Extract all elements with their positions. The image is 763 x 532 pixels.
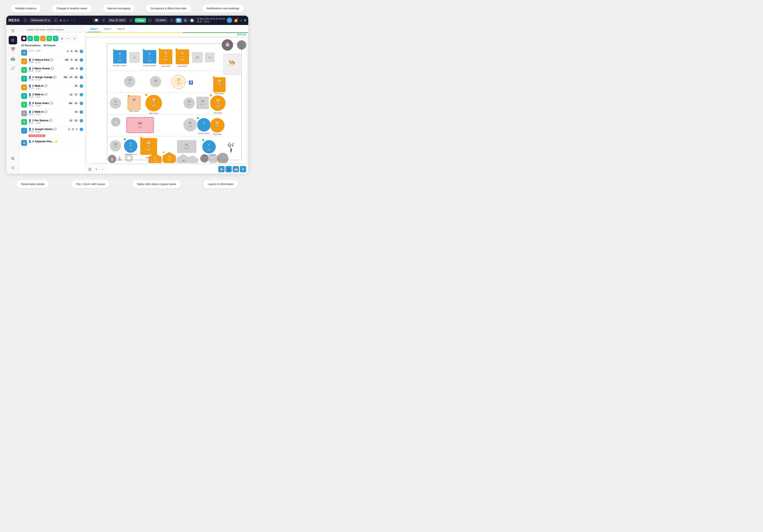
layer-btn-3[interactable]: 📅 — [233, 166, 239, 172]
add-circle-3[interactable]: + — [80, 67, 83, 70]
filter-btn-block[interactable]: ⊘ — [59, 36, 65, 41]
badge-occupancy-block[interactable]: Occupancy & Block time slots — [146, 4, 191, 13]
date-next-btn[interactable]: › — [129, 18, 133, 22]
chart-view-btn[interactable]: 📊 — [175, 18, 182, 23]
location-prev-btn[interactable]: ‹ — [23, 18, 27, 22]
filter-btn-dollar[interactable]: $ — [47, 36, 52, 41]
layout-icon-1[interactable]: ⊞ — [59, 19, 62, 22]
table-29[interactable]: 29 2-4 — [110, 140, 121, 152]
sidebar-icon-grid[interactable]: ⊞ — [9, 154, 17, 162]
table-9[interactable]: 9 2-4 — [110, 97, 121, 109]
table-33-top[interactable]: 33 🏠 3-5 Elias Basil — [210, 95, 225, 114]
filter-btn-dash[interactable]: — — [65, 36, 71, 41]
filter-btn-yen[interactable]: ¥ — [53, 36, 58, 41]
table-32[interactable]: 32 🏠 Ellen Dante — [213, 77, 226, 95]
res-item-1[interactable]: 🏠 13:15 · 15:00 3 6 34 + — [20, 49, 85, 57]
res-item-2[interactable]: 🏠 👤 2 Helmut Khol 💬 13:45 · 16:15 — [20, 57, 85, 66]
table-joseph-vanton-round[interactable]: ✓ Joseph Vanton — [197, 118, 211, 135]
badge-timeline-views[interactable]: Change to timeline views — [52, 4, 92, 13]
table-38[interactable]: 38 🏠 3-5 Ellen Dante — [146, 95, 162, 114]
sidebar-icon-analytics[interactable]: 📈 — [9, 64, 17, 72]
filter-btn-circle[interactable]: ⊙ — [28, 36, 33, 41]
badge-tables-status[interactable]: Tables with status & guest name — [132, 180, 181, 188]
add-circle-4[interactable]: + — [80, 76, 83, 79]
table-1-1[interactable]: 1-1 — [205, 53, 215, 62]
sidebar-icon-ai[interactable]: 🤖 — [9, 54, 17, 63]
table-35[interactable]: 35 6-10 — [177, 140, 196, 153]
table-19[interactable]: 19 — [150, 76, 162, 87]
add-circle-6[interactable]: + — [80, 93, 83, 96]
res-item-11[interactable]: 🏠 👤 2 Alejandro Pas... ⭐ — [20, 139, 85, 148]
search-input[interactable] — [21, 27, 83, 33]
date-selector[interactable]: May 16, 2024 — [107, 18, 127, 23]
layout-icon-4[interactable]: ⋮⋮ — [70, 19, 76, 22]
clock-view-btn[interactable]: 🕐 — [189, 18, 195, 23]
res-item-5[interactable]: 🏠 👤 2 Walk-In 💬 15:15 · 18:00 — [20, 83, 85, 92]
res-item-10[interactable]: ✓ 👤 2 Joseph Vanton 💬 17:00 · 19:45 Fi — [20, 127, 85, 139]
sidebar-icon-floorplan[interactable]: ⊙ — [9, 36, 17, 45]
shift-next-btn[interactable]: › — [169, 18, 174, 22]
res-item-6[interactable]: ¥ 👤 2 Walk-In 💬 15:30 · 18:00 1 — [20, 92, 85, 100]
today-button[interactable]: Today — [135, 18, 146, 23]
area-tab-1[interactable]: Area 1 — [87, 26, 101, 32]
filter-btn-home[interactable]: 🏠 — [40, 36, 46, 41]
location-next-btn[interactable]: › — [54, 18, 58, 22]
table-5[interactable]: 5 ✓ 2-2 Joseph Vanton — [113, 50, 127, 66]
table-23[interactable]: 23 2-4 — [183, 97, 195, 109]
area-tab-3[interactable]: Area 3 — [114, 26, 128, 32]
table-12[interactable]: 12 Ellen Dante — [128, 96, 141, 112]
shift-selector[interactable]: All Shifts — [154, 18, 168, 23]
badge-pan-zoom[interactable]: Pan / Zoom with mouse — [71, 180, 110, 188]
table-34[interactable]: 34 6-8 — [127, 117, 154, 133]
filter-btn-menu[interactable]: ≡ — [72, 36, 77, 41]
add-circle-10[interactable]: + — [80, 128, 83, 131]
res-item-9[interactable]: $ 👤 2 Per Sbanse 💬 16:45 · 19:00 — [20, 118, 85, 127]
res-item-3[interactable]: $ 👤 2 Mario Duarte 💬 13:45 · 16:30 — [20, 66, 85, 74]
table-10[interactable]: 10 2-4 — [124, 76, 135, 87]
zoom-in-btn[interactable]: + — [93, 166, 99, 172]
res-item-8[interactable]: ⊘ 👤 2 Walk-in 💬 16:30 · 19:30 3 — [20, 109, 85, 118]
chat-icon[interactable]: 💬 — [93, 18, 100, 23]
sidebar-icon-settings[interactable]: ⊙ — [9, 163, 17, 172]
fullscreen-icon[interactable]: ⤢ — [240, 19, 242, 22]
shift-prev-btn[interactable]: ‹ — [148, 18, 152, 22]
notifications-btn[interactable]: 🔔 — [234, 18, 238, 22]
table-24[interactable]: 24 2-4 — [196, 97, 209, 109]
filter-btn-check[interactable]: ✓ — [34, 36, 39, 41]
res-item-4[interactable]: ¥ 👤 2 Joerge Juange 💬 14:30 · 16:30 — [20, 74, 85, 83]
location-selector[interactable]: Restaurant 24 ▸ — [29, 18, 52, 23]
zoom-out-btn[interactable]: − — [100, 166, 105, 172]
layout-icon-2[interactable]: ◫ — [63, 19, 66, 22]
filter-btn-clock[interactable]: 🕐 — [21, 36, 27, 41]
table-21[interactable]: 21 — [192, 52, 203, 63]
badge-layers-info[interactable]: Layers of information — [203, 180, 238, 188]
sidebar-icon-calendar[interactable]: 📅 — [9, 45, 17, 54]
table-17[interactable]: 17 2-3 — [172, 75, 185, 89]
floor-plan-canvas[interactable]: 🌸 👨‍🍳 5 ✓ 2-2 Joseph Va — [86, 38, 247, 163]
res-item-7[interactable]: $ 👤 8 Sonia Soles 💬 16:15 · 18:45 — [20, 100, 85, 109]
table-33-bottom[interactable]: 33 🏠 Elias Basil — [210, 118, 224, 135]
table-3[interactable]: 3 🏠 2-2 Jane Mait — [159, 49, 172, 67]
layer-btn-4[interactable]: ⚙ — [240, 166, 246, 172]
add-circle-1[interactable]: + — [80, 50, 83, 53]
area-tab-2[interactable]: Area 2 — [101, 26, 114, 32]
add-reservation-btn[interactable]: + — [227, 18, 232, 23]
layout-icon-3[interactable]: ≡ — [67, 19, 69, 22]
table-8[interactable]: 8 ✓ 2-4 Alejandro Pascual — [124, 139, 138, 155]
add-circle-5[interactable]: + — [80, 84, 83, 88]
sidebar-icon-list[interactable]: ☰ — [9, 27, 17, 35]
layer-btn-1[interactable]: 🏠 — [218, 166, 225, 172]
badge-internal-messaging[interactable]: Internal messaging — [103, 4, 135, 13]
badge-reservation-details[interactable]: Reservation details — [17, 180, 49, 188]
bottom-table-27[interactable]: 27 2-3 Elias Basil — [149, 154, 162, 163]
add-circle-9[interactable]: + — [80, 119, 83, 122]
table-4[interactable]: 4 🏠 2-2 Jane Mait — [176, 49, 189, 67]
add-circle-7[interactable]: + — [80, 102, 83, 105]
badge-multiple-locations[interactable]: Multiple locations — [11, 4, 41, 13]
table-2[interactable]: 2 ✓ 2-2 Joseph Vanton — [143, 50, 156, 66]
home-btn[interactable]: 🏠 — [87, 166, 93, 172]
table-32-bottom[interactable]: 32 3-5 — [183, 118, 197, 132]
grid-view-btn[interactable]: ⊞ — [183, 18, 188, 23]
bottom-hex-gray-2[interactable] — [187, 156, 198, 163]
date-prev-btn[interactable]: ‹ — [101, 18, 106, 22]
